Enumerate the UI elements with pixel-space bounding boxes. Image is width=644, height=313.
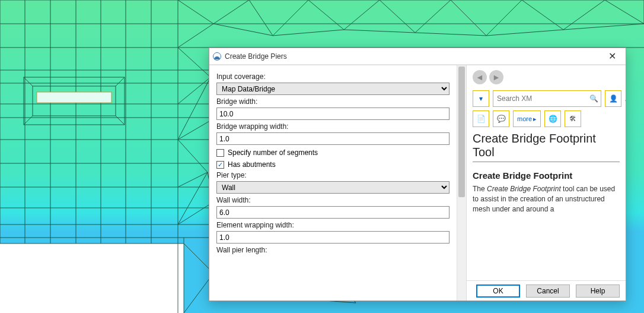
tools-icon: 🛠 <box>569 115 576 123</box>
ok-button[interactable]: OK <box>476 284 520 298</box>
wall-pier-length-label: Wall pier length: <box>216 246 449 254</box>
help-page-button[interactable]: 📄 <box>473 110 489 127</box>
bridge-width-label: Bridge width: <box>216 97 449 106</box>
bridge-wrapping-width-input[interactable] <box>216 132 449 145</box>
help-article-body: The Create Bridge Footprint tool can be … <box>473 184 620 214</box>
checkbox-icon <box>216 149 224 157</box>
help-back-button[interactable]: ◄ <box>473 70 487 84</box>
arrow-right-icon: ► <box>492 72 500 82</box>
bridge-width-input[interactable] <box>216 108 449 120</box>
chevron-right-icon: ▸ <box>533 115 537 123</box>
dialog-button-row: OK Cancel Help <box>467 280 626 301</box>
cancel-button[interactable]: Cancel <box>526 284 570 298</box>
help-button[interactable]: Help <box>576 284 620 298</box>
titlebar[interactable]: Create Bridge Piers ✕ <box>209 48 626 65</box>
dialog-title: Create Bridge Piers <box>225 52 287 61</box>
pier-type-select[interactable]: Wall <box>216 181 449 194</box>
talk-icon: 💬 <box>497 115 506 123</box>
specify-segments-checkbox[interactable]: Specify number of segments <box>216 148 449 157</box>
form-pane: Input coverage: Map Data/Bridge Bridge w… <box>209 65 467 301</box>
help-article-title: Create Bridge Footprint Tool <box>473 132 620 162</box>
specify-segments-label: Specify number of segments <box>228 148 318 157</box>
app-icon <box>213 52 221 61</box>
bridge-wrapping-width-label: Bridge wrapping width: <box>216 122 449 131</box>
arrow-left-icon: ◄ <box>476 72 484 82</box>
pier-type-label: Pier type: <box>216 171 449 179</box>
checkbox-checked-icon: ✓ <box>216 161 224 169</box>
form-scroll-area: Input coverage: Map Data/Bridge Bridge w… <box>209 65 457 301</box>
help-more-label: more <box>517 115 532 122</box>
help-search-input[interactable] <box>496 94 587 103</box>
help-pane: ◄ ► ▾ 🔍 👤 ▴ 📄 💬 more <box>467 65 626 301</box>
help-side-scroll-up-icon[interactable]: ▴ <box>625 94 626 103</box>
input-coverage-select[interactable]: Map Data/Bridge <box>216 83 449 95</box>
has-abutments-label: Has abutments <box>228 160 276 169</box>
close-button[interactable]: ✕ <box>602 50 622 63</box>
close-icon: ✕ <box>608 50 616 62</box>
help-talk-button[interactable]: 💬 <box>493 110 509 127</box>
has-abutments-checkbox[interactable]: ✓ Has abutments <box>216 160 449 169</box>
element-wrapping-width-input[interactable] <box>216 231 449 244</box>
input-coverage-label: Input coverage: <box>216 72 449 81</box>
svg-rect-25 <box>37 92 111 103</box>
wall-width-label: Wall width: <box>216 196 449 204</box>
search-icon[interactable]: 🔍 <box>589 94 598 103</box>
help-globe-button[interactable]: 🌐 <box>544 110 561 127</box>
wall-width-input[interactable] <box>216 206 449 219</box>
user-icon: 👤 <box>609 94 618 103</box>
help-search[interactable]: 🔍 <box>493 90 601 107</box>
chevron-down-icon: ▾ <box>479 94 483 103</box>
globe-icon: 🌐 <box>549 115 557 123</box>
element-wrapping-width-label: Element wrapping width: <box>216 221 449 229</box>
help-forward-button[interactable]: ► <box>489 70 503 84</box>
page-icon: 📄 <box>477 115 486 123</box>
help-tools-button[interactable]: 🛠 <box>565 110 581 127</box>
create-bridge-piers-dialog: Create Bridge Piers ✕ Input coverage: Ma… <box>209 48 626 301</box>
scrollbar-thumb[interactable] <box>458 67 465 197</box>
help-menu-button[interactable]: ▾ <box>473 90 489 107</box>
help-more-button[interactable]: more ▸ <box>513 110 541 127</box>
form-scrollbar[interactable] <box>457 65 466 301</box>
help-user-button[interactable]: 👤 <box>605 90 621 107</box>
help-article-heading: Create Bridge Footprint <box>473 170 620 181</box>
